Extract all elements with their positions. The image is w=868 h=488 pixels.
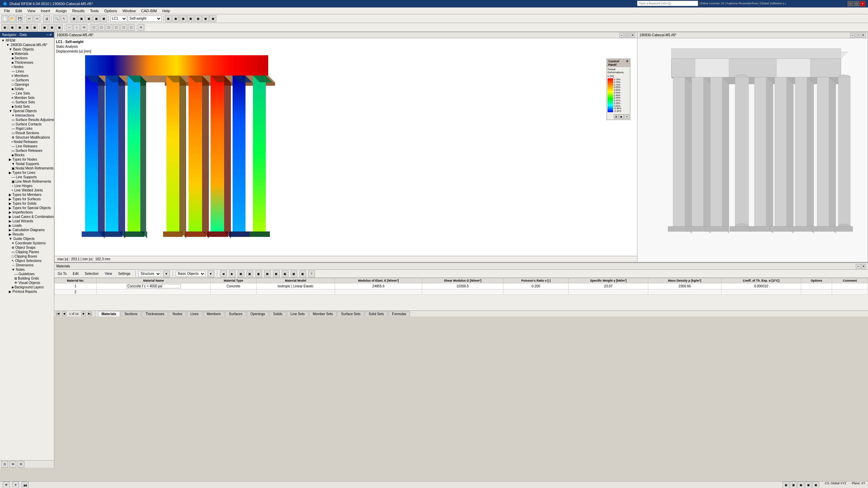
nav-guidelines[interactable]: — Guidelines bbox=[1, 272, 53, 276]
nav-results[interactable]: ▶ Results bbox=[1, 232, 53, 237]
tab-solidsets[interactable]: Solid Sets bbox=[365, 311, 388, 317]
view-right-max[interactable]: □ bbox=[855, 33, 860, 38]
nav-sra[interactable]: ▭ Surface Results Adjustments bbox=[1, 118, 53, 122]
nav-types-nodes[interactable]: ▶ Types for Nodes bbox=[1, 157, 53, 162]
view-left-close[interactable]: ✕ bbox=[630, 33, 635, 38]
nav-load-cases[interactable]: ▶ Load Cases & Combinations bbox=[1, 215, 53, 219]
tb5[interactable]: ▣ bbox=[100, 15, 107, 22]
nav-solids[interactable]: ■ Solids bbox=[1, 87, 53, 91]
nav-bg-layers[interactable]: ■ Background Layers bbox=[1, 285, 53, 289]
view-btn14[interactable]: ⬡ bbox=[105, 24, 112, 31]
nav-file[interactable]: ▼ 190830-Cabezal-M5.rf6* bbox=[1, 43, 53, 47]
nav-minimize-btn[interactable]: ─ bbox=[46, 33, 48, 37]
tab-membersets[interactable]: Member Sets bbox=[309, 311, 337, 317]
matname-input[interactable] bbox=[126, 284, 181, 288]
nav-notes[interactable]: ▼ Notes bbox=[1, 267, 53, 272]
nav-lines[interactable]: — Lines bbox=[1, 69, 53, 74]
view-btn1[interactable]: ▣ bbox=[1, 24, 8, 31]
menu-cadbim[interactable]: CAD-BIM bbox=[138, 8, 159, 14]
nav-dimensions[interactable]: ↔ Dimensions bbox=[1, 263, 53, 267]
view-btn17[interactable]: ⬡ bbox=[128, 24, 135, 31]
nav-basic-objects[interactable]: ▼ Basic Objects bbox=[1, 47, 53, 52]
sb4[interactable]: ▣ bbox=[805, 482, 812, 488]
panel-selection[interactable]: Selection bbox=[83, 271, 101, 276]
tab-surfacesets[interactable]: Surface Sets bbox=[337, 311, 364, 317]
page-first[interactable]: |◀ bbox=[56, 311, 60, 316]
nav-guide-objects[interactable]: ▼ Guide Objects bbox=[1, 237, 53, 241]
nav-solidsets[interactable]: ■ Solid Sets bbox=[1, 104, 53, 109]
nav-surface-contacts[interactable]: ▭ Surface Contacts bbox=[1, 122, 53, 126]
tab-materials[interactable]: Materials bbox=[98, 311, 120, 317]
nav-special-objects[interactable]: ▼ Special Objects bbox=[1, 109, 53, 113]
nav-visual-objects[interactable]: 👁 Visual Objects bbox=[1, 281, 53, 285]
view-right-min[interactable]: ─ bbox=[850, 33, 855, 38]
panel-tb10[interactable]: ▣ bbox=[299, 270, 306, 277]
nav-intersections[interactable]: ✦ Intersections bbox=[1, 113, 53, 118]
view-btn10[interactable]: ↕ bbox=[73, 24, 80, 31]
nav-view-btn[interactable]: 👁 bbox=[9, 461, 16, 468]
nav-line-welded[interactable]: ≈ Line Welded Joints bbox=[1, 188, 53, 192]
view-btn16[interactable]: ⬡ bbox=[120, 24, 127, 31]
cp-btn1[interactable]: ⊞ bbox=[614, 114, 618, 119]
nav-nodes[interactable]: • Nodes bbox=[1, 65, 53, 69]
print-btn[interactable]: 🖨 bbox=[43, 15, 50, 22]
panel-close[interactable]: ✕ bbox=[861, 264, 866, 269]
view-btn18[interactable]: ✕ bbox=[138, 24, 144, 31]
menu-insert[interactable]: Insert bbox=[38, 8, 53, 14]
tab-sections[interactable]: Sections bbox=[121, 311, 141, 317]
view-btn3[interactable]: ▣ bbox=[16, 24, 23, 31]
tab-openings[interactable]: Openings bbox=[247, 311, 269, 317]
tab-thicknesses[interactable]: Thicknesses bbox=[142, 311, 168, 317]
new-btn[interactable]: 📄 bbox=[1, 15, 8, 22]
cp-close-icon[interactable]: ✕ bbox=[626, 60, 629, 66]
sb5[interactable]: ▣ bbox=[812, 482, 819, 488]
nav-types-special[interactable]: ▶ Types for Special Objects bbox=[1, 206, 53, 210]
tb8[interactable]: ▣ bbox=[180, 15, 186, 22]
nav-clip-planes[interactable]: ▭ Clipping Planes bbox=[1, 250, 53, 254]
maximize-btn[interactable]: □ bbox=[854, 1, 859, 6]
tb10[interactable]: ▣ bbox=[195, 15, 201, 22]
view-btn6[interactable]: ▣ bbox=[41, 24, 48, 31]
tab-members[interactable]: Members bbox=[203, 311, 225, 317]
view-btn2[interactable]: ▣ bbox=[9, 24, 16, 31]
status-btn2[interactable]: ☀ bbox=[12, 482, 19, 488]
nav-blocks[interactable]: ■ Blocks bbox=[1, 153, 53, 157]
panel-tb1[interactable]: ◀ bbox=[220, 270, 227, 277]
view-btn11[interactable]: ⟲ bbox=[81, 24, 87, 31]
nav-close-btn[interactable]: ✕ bbox=[49, 33, 52, 37]
save-btn[interactable]: 💾 bbox=[16, 15, 23, 22]
lc-selector[interactable]: LC1 bbox=[110, 16, 127, 22]
tb3[interactable]: ▣ bbox=[85, 15, 92, 22]
nav-line-releases[interactable]: — Line Releases bbox=[1, 144, 53, 148]
panel-view[interactable]: View bbox=[103, 271, 114, 276]
nav-clip-boxes[interactable]: □ Clipping Boxes bbox=[1, 254, 53, 259]
panel-goto[interactable]: Go To bbox=[56, 271, 69, 276]
view-right-close[interactable]: ✕ bbox=[861, 33, 866, 38]
page-next[interactable]: ▶ bbox=[81, 311, 86, 316]
view-btn5[interactable]: ▣ bbox=[31, 24, 38, 31]
minimize-btn[interactable]: ─ bbox=[848, 1, 853, 6]
menu-view[interactable]: View bbox=[25, 8, 38, 14]
nav-types-lines[interactable]: ▶ Types for Lines bbox=[1, 170, 53, 175]
nav-surfacesets[interactable]: ▭ Surface Sets bbox=[1, 100, 53, 104]
search-input[interactable] bbox=[637, 1, 698, 6]
panel-tb4[interactable]: ▣ bbox=[246, 270, 253, 277]
sb1[interactable]: ▣ bbox=[783, 482, 789, 488]
nav-nodal-supports[interactable]: ▼ Nodal Supports bbox=[1, 162, 53, 166]
panel-min[interactable]: ─ bbox=[856, 264, 861, 269]
tb2[interactable]: ▣ bbox=[78, 15, 85, 22]
close-btn[interactable]: ✕ bbox=[860, 1, 865, 6]
panel-tb8[interactable]: ▣ bbox=[282, 270, 289, 277]
nav-calc-diag[interactable]: ▶ Calculation Diagrams bbox=[1, 228, 53, 232]
menu-edit[interactable]: Edit bbox=[13, 8, 25, 14]
nav-rfem-root[interactable]: ▼ RFEM bbox=[1, 38, 53, 43]
cp-btn3[interactable]: ≡ bbox=[625, 114, 629, 119]
panel-tb3[interactable]: ▣ bbox=[238, 270, 244, 277]
nav-coord-sys[interactable]: ✦ Coordinate Systems bbox=[1, 241, 53, 245]
view-btn9[interactable]: ↔ bbox=[66, 24, 73, 31]
nav-nodal-releases[interactable]: • Nodal Releases bbox=[1, 140, 53, 144]
redo-btn[interactable]: ↪ bbox=[34, 15, 40, 22]
nav-obj-snaps[interactable]: ⊕ Object Snaps bbox=[1, 245, 53, 250]
select-btn[interactable]: ↖ bbox=[61, 15, 67, 22]
nav-load-wizards[interactable]: ▶ Load Wizards bbox=[1, 219, 53, 223]
